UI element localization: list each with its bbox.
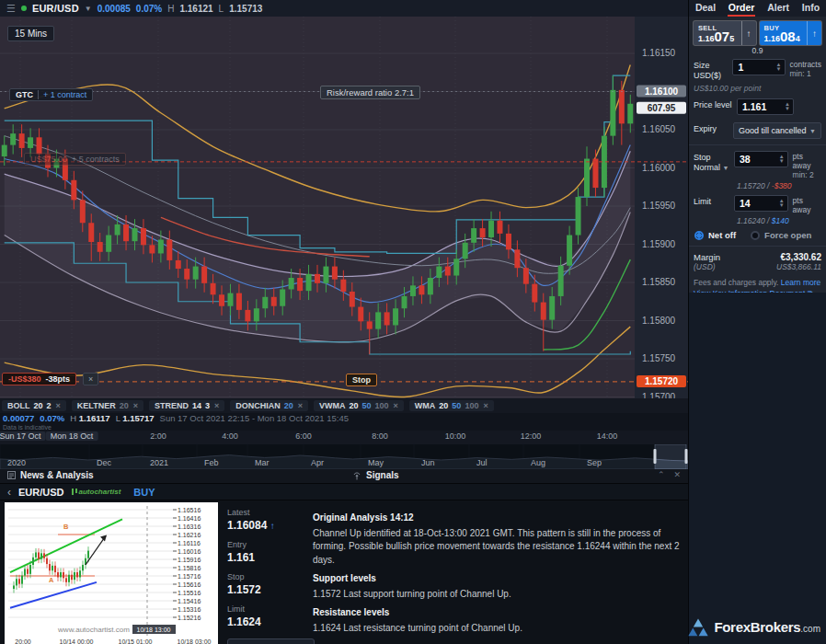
- chart-navigator[interactable]: 2020Dec2021FebMarAprMayJunJulAugSep: [0, 444, 688, 469]
- signals-tab-label: Signals: [366, 470, 399, 480]
- navigator-month-label: Sep: [587, 458, 602, 467]
- price-level-input[interactable]: 1.161 ▲▼: [737, 98, 794, 115]
- working-order-chip[interactable]: GTC + 1 contract: [9, 88, 93, 101]
- force-open-option[interactable]: Force open: [751, 230, 811, 240]
- navigator-window[interactable]: [655, 444, 686, 469]
- navigator-month-label: May: [368, 458, 384, 467]
- buy-price: 1.16084: [764, 32, 808, 43]
- stop-input[interactable]: 38 ▲▼: [734, 151, 788, 167]
- indicator-chip-donchian[interactable]: DONCHIAN20×: [230, 400, 308, 411]
- remove-indicator-icon[interactable]: ×: [298, 401, 303, 410]
- indicator-chip-boll[interactable]: BOLL202×: [2, 400, 66, 411]
- collapse-panel-icon[interactable]: ⌃: [658, 470, 665, 479]
- mini-label-b: B: [63, 523, 69, 531]
- price-chart[interactable]: 1.161501.161001.160501.160001.159501.159…: [0, 17, 688, 398]
- buy-direction-arrow-icon: ↑: [807, 21, 821, 45]
- mini-time-badge: 10/18 13:00: [137, 627, 171, 633]
- limit-note: pts away: [793, 195, 821, 214]
- remove-indicator-icon[interactable]: ×: [483, 401, 488, 410]
- close-panel-icon[interactable]: ✕: [673, 470, 681, 479]
- news-tab-label: News & Analysis: [20, 470, 94, 480]
- price-badge[interactable]: 607.95: [648, 103, 676, 113]
- price-badge[interactable]: 1.15720: [645, 376, 679, 386]
- divider: [38, 90, 39, 99]
- interval-selector[interactable]: 15 Mins: [7, 26, 54, 41]
- remove-stop-icon[interactable]: ×: [83, 373, 98, 385]
- navigator-month-label: Mar: [255, 458, 270, 467]
- ticket-tab-deal[interactable]: Deal: [694, 0, 717, 17]
- ticket-tab-order[interactable]: Order: [728, 0, 756, 17]
- remove-indicator-icon[interactable]: ×: [214, 401, 219, 410]
- y-axis-tick: 1.16150: [642, 48, 676, 58]
- ohlc-info-row: 0.00077 0.07% H 1.16117 L 1.15717 Sun 17…: [3, 413, 349, 423]
- time-axis-tick: 14:00: [597, 431, 618, 441]
- navigator-handle[interactable]: [685, 449, 688, 464]
- stop-pl-amount: -US$380: [8, 374, 41, 384]
- symbol-dropdown-caret[interactable]: ▼: [85, 5, 92, 13]
- ticket-tab-alert[interactable]: Alert: [766, 0, 790, 17]
- sell-price: 1.16075: [698, 32, 741, 43]
- navigator-month-label: 2021: [150, 458, 168, 467]
- analysis-title: Original Analysis 14:12: [313, 512, 683, 525]
- forexbrokers-watermark: ForexBrokers.com: [688, 618, 820, 637]
- net-off-radio[interactable]: [694, 231, 704, 240]
- margin-eur: €3,330.62: [776, 252, 821, 262]
- price-level-stepper[interactable]: ▲▼: [785, 102, 790, 111]
- risk-reward-label: Risk/reward ratio 2.7:1: [320, 86, 420, 99]
- tab-signals[interactable]: Signals: [352, 470, 399, 480]
- stop-stepper[interactable]: ▲▼: [779, 155, 785, 164]
- chevron-down-icon: ▼: [809, 128, 816, 134]
- limit-input[interactable]: 14 ▲▼: [734, 195, 788, 212]
- panel-footer: ForexBrokers.com: [689, 293, 826, 644]
- stop-field-label[interactable]: StopNormal ▼: [694, 151, 734, 173]
- indicator-chip-strend[interactable]: STREND143×: [149, 400, 224, 411]
- navigator-handle[interactable]: [654, 449, 657, 464]
- net-off-option[interactable]: Net off: [694, 230, 736, 240]
- limit-stepper[interactable]: ▲▼: [779, 199, 785, 208]
- size-input[interactable]: 1 ▲▼: [732, 59, 785, 75]
- signal-content: 1.165161.164161.163161.162161.161161.160…: [0, 500, 688, 644]
- gtc-label: GTC: [16, 90, 33, 99]
- stop-line-tag[interactable]: Stop: [346, 374, 377, 386]
- time-axis-tick: 12:00: [521, 431, 542, 441]
- faded-order-chip[interactable]: US$75.00 + 5 contracts: [24, 153, 126, 166]
- buy-button[interactable]: BUY 1.16084 ↑: [760, 21, 822, 45]
- mini-x-tick: 10/14 00:00: [60, 638, 94, 644]
- learn-more-link[interactable]: Learn more: [781, 278, 820, 287]
- tab-news-analysis[interactable]: News & Analysis: [7, 470, 94, 480]
- size-stepper[interactable]: ▲▼: [776, 63, 782, 72]
- autochartist-logo: autochartist: [72, 488, 121, 496]
- remove-indicator-icon[interactable]: ×: [56, 401, 61, 410]
- back-chevron-icon[interactable]: ‹: [7, 486, 11, 499]
- sell-button[interactable]: SELL 1.16075 ↑: [694, 21, 756, 45]
- up-arrow-icon: ↑: [270, 521, 275, 531]
- remove-indicator-icon[interactable]: ×: [133, 401, 138, 410]
- menu-icon[interactable]: ☰: [6, 3, 16, 15]
- symbol-name[interactable]: EUR/USD: [32, 3, 79, 14]
- margin-unit: (USD): [694, 262, 720, 271]
- copy-to-order-button[interactable]: Copy to Order ›: [227, 638, 315, 644]
- indicator-chip-wma[interactable]: WMA2050100×: [409, 400, 494, 411]
- signal-symbol[interactable]: EUR/USD: [18, 487, 64, 498]
- indicator-chip-keltner[interactable]: KELTNER20×: [72, 400, 143, 411]
- signals-icon: [352, 471, 361, 480]
- analysis-text: Original Analysis 14:12 Channel Up ident…: [313, 506, 683, 635]
- force-open-radio[interactable]: [751, 231, 760, 240]
- latest-label: Latest: [227, 508, 308, 517]
- resistance-title: Resistance levels: [313, 606, 683, 620]
- margin-row: Margin(USD) €3,330.62US$3,866.11: [694, 252, 821, 271]
- indicator-chip-vwma[interactable]: VWMA2050100×: [314, 400, 404, 411]
- navigator-month-label: Aug: [531, 458, 545, 467]
- price-badge[interactable]: 1.16100: [645, 86, 679, 97]
- remove-indicator-icon[interactable]: ×: [394, 401, 398, 410]
- limit-field-label: Limit: [694, 195, 734, 207]
- order-ticket-panel: DealOrderAlertInfo SELL 1.16075 ↑ BUY 1.…: [688, 0, 826, 644]
- divider: [689, 246, 826, 247]
- candlestick-chart[interactable]: 1.161501.161001.160501.160001.159501.159…: [0, 17, 688, 398]
- trading-platform: ☰ EUR/USD ▼ 0.00085 0.07% H 1.16121 L 1.…: [0, 0, 826, 644]
- mini-y-tick: 1.16416: [178, 515, 201, 522]
- size-note: contractsmin: 1: [790, 59, 822, 78]
- ticket-tab-info[interactable]: Info: [801, 0, 820, 17]
- stop-pl-chip[interactable]: -US$380 -38pts: [2, 373, 76, 385]
- expiry-select[interactable]: Good till cancelled ▼: [733, 122, 821, 139]
